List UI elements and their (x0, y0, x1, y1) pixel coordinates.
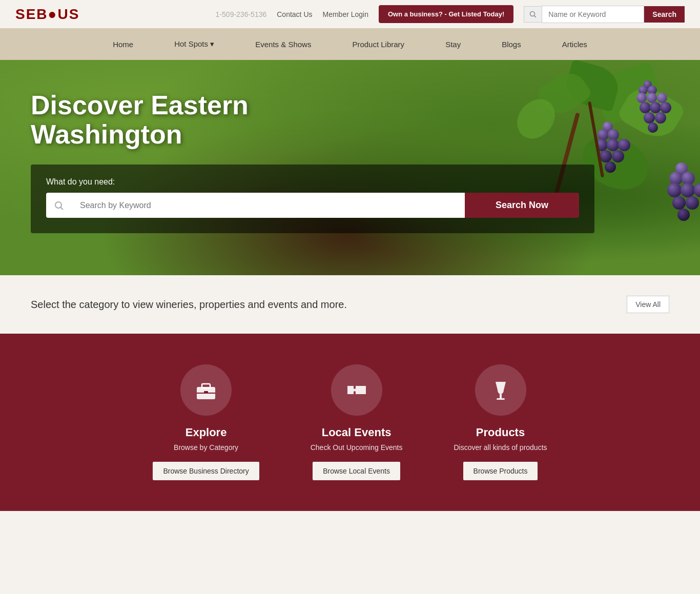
svg-rect-8 (500, 394, 502, 398)
explore-title: Explore (186, 426, 227, 439)
nav-item-events[interactable]: Events & Shows (235, 28, 332, 60)
bottom-section: Explore Browse by Category Browse Busine… (0, 334, 700, 511)
nav-bar: Home Hot Spots ▾ Events & Shows Product … (0, 28, 700, 60)
products-icon-circle (475, 364, 526, 416)
svg-line-3 (61, 207, 64, 210)
top-bar: SEB●US 1-509-236-5136 Contact Us Member … (0, 0, 700, 28)
explore-subtitle: Browse by Category (174, 443, 238, 452)
logo-text: SEB (15, 6, 48, 22)
contact-us-link[interactable]: Contact Us (277, 10, 312, 18)
phone-number: 1-509-236-5136 (216, 10, 267, 18)
local-events-subtitle: Check Out Upcoming Events (311, 443, 403, 452)
top-search-row: Search (524, 6, 685, 23)
search-icon (529, 11, 537, 18)
svg-rect-9 (497, 398, 505, 400)
ticket-icon (344, 378, 369, 402)
hero-search-box: What do you need: Search Now (31, 165, 594, 233)
logo-area: SEB●US (15, 6, 79, 23)
top-search-icon-wrap (524, 6, 542, 23)
nav-item-blogs[interactable]: Blogs (481, 28, 542, 60)
briefcase-icon (194, 378, 218, 402)
search-now-button[interactable]: Search Now (465, 193, 579, 218)
category-text: Select the category to view wineries, pr… (31, 299, 347, 311)
logo: SEB●US (15, 6, 79, 23)
top-search-input[interactable] (542, 6, 644, 23)
member-login-link[interactable]: Member Login (323, 10, 369, 18)
browse-local-events-button[interactable]: Browse Local Events (313, 462, 400, 480)
browse-business-directory-button[interactable]: Browse Business Directory (153, 462, 259, 480)
products-subtitle: Discover all kinds of products (454, 443, 547, 452)
view-all-button[interactable]: View All (627, 296, 669, 313)
logo-text-2: US (58, 6, 80, 22)
local-events-icon-circle (331, 364, 382, 416)
svg-point-0 (530, 11, 535, 16)
local-events-card: Local Events Check Out Upcoming Events B… (311, 364, 403, 480)
hero-title: Discover Eastern Washington (31, 91, 389, 149)
nav-item-stay[interactable]: Stay (425, 28, 481, 60)
browse-products-button[interactable]: Browse Products (463, 462, 538, 480)
search-label: What do you need: (46, 177, 579, 187)
search-icon (54, 201, 64, 210)
nav-item-hotspots[interactable]: Hot Spots ▾ (154, 28, 235, 60)
products-card: Products Discover all kinds of products … (454, 364, 547, 480)
svg-rect-5 (202, 384, 210, 388)
svg-line-1 (534, 15, 537, 17)
explore-icon-circle (180, 364, 232, 416)
explore-card: Explore Browse by Category Browse Busine… (153, 364, 259, 480)
nav-item-articles[interactable]: Articles (542, 28, 608, 60)
category-section: Select the category to view wineries, pr… (0, 275, 700, 334)
products-title: Products (476, 426, 525, 439)
local-events-title: Local Events (322, 426, 392, 439)
hero-content: Discover Eastern Washington What do you … (31, 91, 389, 233)
top-search-button[interactable]: Search (644, 6, 685, 23)
hero-search-row: Search Now (46, 193, 579, 218)
top-bar-right: 1-509-236-5136 Contact Us Member Login O… (216, 5, 685, 23)
hero-search-input[interactable] (72, 193, 465, 218)
hero-search-icon (46, 193, 72, 218)
wine-glass-icon (488, 378, 513, 402)
hero-section: Discover Eastern Washington What do you … (0, 60, 700, 275)
get-listed-button[interactable]: Own a business? - Get Listed Today! (379, 5, 513, 23)
nav-item-home[interactable]: Home (92, 28, 154, 60)
svg-point-2 (55, 202, 61, 208)
nav-item-product-library[interactable]: Product Library (332, 28, 425, 60)
